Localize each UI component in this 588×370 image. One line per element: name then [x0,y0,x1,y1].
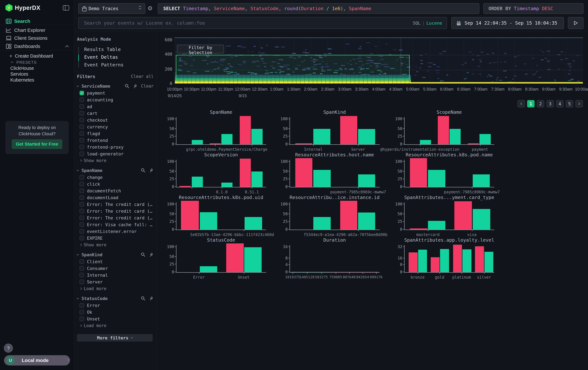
filter-checkbox-row[interactable]: checkout [77,117,154,123]
filter-checkbox-row[interactable]: frontend [77,137,154,144]
checkbox-unchecked[interactable] [80,229,84,234]
checkbox-unchecked[interactable] [80,182,84,186]
sidebar-item-client-sessions[interactable]: Client Sessions [0,34,74,42]
filter-checkbox-row[interactable]: eventListener.error [77,228,154,235]
pagination-prev[interactable] [517,100,525,108]
checkbox-unchecked[interactable] [80,111,84,116]
filter-checkbox-row[interactable]: ✓payment [77,90,154,96]
checkbox-unchecked[interactable] [80,125,84,129]
checkbox-unchecked[interactable] [80,216,84,220]
checkbox-unchecked[interactable] [80,310,84,314]
analysis-item-results-table[interactable]: Results Table [77,46,154,53]
filter-checkbox-row[interactable]: click [77,181,154,187]
filter-checkbox-row[interactable]: documentLoad [77,194,154,201]
clear-filter-button[interactable]: Clear [141,84,154,89]
filter-load-more[interactable]: Load more [77,285,154,292]
filter-checkbox-row[interactable]: Server [77,279,154,285]
checkbox-unchecked[interactable] [80,151,84,156]
filter-checkbox-row[interactable]: EXPIRE [77,235,154,241]
filter-checkbox-row[interactable]: change [77,174,154,181]
user-menu[interactable]: U Local mode [4,355,70,366]
search-icon[interactable] [141,252,146,257]
clear-all-filters-button[interactable]: Clear all [131,74,154,79]
checkbox-unchecked[interactable] [80,222,84,227]
sql-language-option[interactable]: SQL [413,20,420,26]
pagination-page-2[interactable]: 2 [537,100,544,108]
checkbox-unchecked[interactable] [80,195,84,200]
heatmap-selection-region[interactable] [176,55,410,79]
filter-checkbox-row[interactable]: Error: Visa cache full: … [77,221,154,228]
sidebar-item-services[interactable]: Services [10,71,28,77]
sidebar-item-dashboards[interactable]: Dashboards [0,42,74,50]
search-icon[interactable] [141,168,146,173]
pagination-page-5[interactable]: 5 [566,100,573,108]
create-dashboard-button[interactable]: + Create Dashboard [15,53,53,59]
checkbox-unchecked[interactable] [80,209,84,213]
sidebar-item-search[interactable]: Search [0,17,74,25]
more-filters-button[interactable]: More filters [77,334,153,341]
presets-toggle[interactable]: PRESETS [16,60,37,65]
filter-checkbox-row[interactable]: documentFetch [77,187,154,194]
filter-checkbox-row[interactable]: load-generator [77,150,154,157]
filter-checkbox-row[interactable]: Error: The credit card (… [77,214,154,221]
filter-show-more[interactable]: Show more [77,241,154,248]
checkbox-unchecked[interactable] [80,145,84,149]
pin-icon[interactable] [149,168,154,173]
checkbox-unchecked[interactable] [80,118,84,122]
sidebar-item-clickhouse[interactable]: ClickHouse [10,66,34,71]
search-icon[interactable] [125,84,129,89]
order-by-editor[interactable]: ORDER BY Timestamp DESC [483,3,584,14]
filter-load-more[interactable]: Load more [77,322,154,329]
pagination-page-3[interactable]: 3 [546,100,554,108]
sql-select-editor[interactable]: SELECT Timestamp, ServiceName, StatusCod… [158,3,479,14]
filter-checkbox-row[interactable]: Client [77,258,154,265]
filter-checkbox-row[interactable]: frontend-proxy [77,144,154,150]
pagination-page-4[interactable]: 4 [556,100,564,108]
checkbox-unchecked[interactable] [80,131,84,136]
filter-group-header[interactable]: ServiceNameClear [77,82,154,90]
filter-checkbox-row[interactable]: Ok [77,309,154,315]
date-range-picker[interactable]: Sep 14 22:04:35 - Sep 15 10:04:35 [451,17,564,29]
filter-checkbox-row[interactable]: Consumer [77,265,154,272]
duration-heatmap[interactable]: Filter by Selection [175,38,583,84]
checkbox-unchecked[interactable] [80,273,84,277]
lucene-language-option[interactable]: Lucene [426,20,442,26]
search-input[interactable]: Search your events w/ Lucene ex. column:… [78,17,447,29]
filter-checkbox-row[interactable]: currency [77,123,154,130]
filter-by-selection-button[interactable]: Filter by Selection [177,45,224,53]
data-source-select[interactable]: Demo Traces [78,3,145,14]
pin-icon[interactable] [133,84,137,89]
sidebar-item-kubernetes[interactable]: Kubernetes [10,77,34,83]
checkbox-unchecked[interactable] [80,138,84,142]
filter-group-header[interactable]: SpanName [77,167,154,174]
checkbox-unchecked[interactable] [80,104,84,109]
checkbox-unchecked[interactable] [80,280,84,284]
filter-checkbox-row[interactable]: ad [77,103,154,110]
source-settings-gear-icon[interactable]: ⚙ [147,5,154,12]
checkbox-unchecked[interactable] [80,189,84,193]
run-query-button[interactable] [568,17,584,29]
filter-checkbox-row[interactable]: Error: The credit card (… [77,208,154,214]
get-started-button[interactable]: Get Started for Free [12,139,62,149]
filter-checkbox-row[interactable]: Error [77,302,154,309]
pagination-page-1[interactable]: 1 [527,100,535,108]
checkbox-unchecked[interactable] [80,259,84,264]
filter-show-more[interactable]: Show more [77,157,154,164]
help-button[interactable]: ? [4,344,13,353]
checkbox-unchecked[interactable] [80,236,84,240]
filter-group-header[interactable]: StatusCode [77,295,154,302]
checkbox-unchecked[interactable] [80,175,84,180]
filter-checkbox-row[interactable]: flagd [77,130,154,137]
analysis-item-event-patterns[interactable]: Event Patterns [77,61,154,69]
pin-icon[interactable] [149,296,154,301]
filter-checkbox-row[interactable]: Internal [77,272,154,279]
checkbox-checked[interactable]: ✓ [80,91,84,95]
checkbox-unchecked[interactable] [80,98,84,102]
analysis-item-event-deltas[interactable]: Event Deltas [77,53,154,61]
search-icon[interactable] [141,296,146,301]
pin-icon[interactable] [149,252,154,257]
filter-checkbox-row[interactable]: cart [77,110,154,117]
pagination-next[interactable] [576,100,583,108]
checkbox-unchecked[interactable] [80,303,84,308]
filter-checkbox-row[interactable]: Unset [77,315,154,322]
